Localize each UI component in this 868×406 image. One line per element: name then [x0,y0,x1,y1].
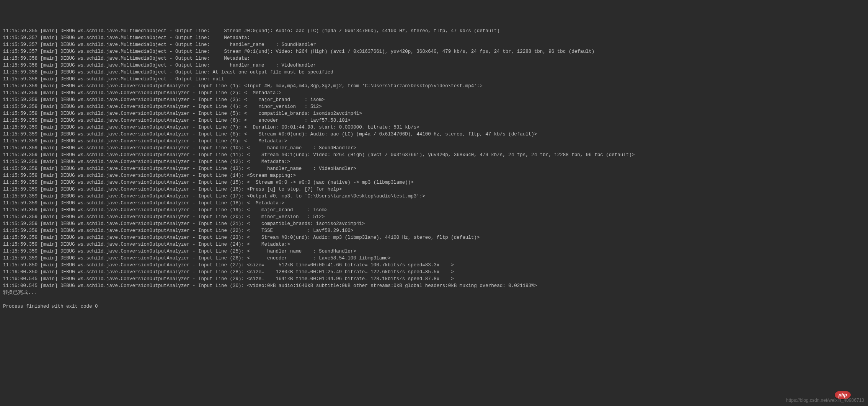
log-line[interactable]: 11:15:59.359 [main] DEBUG ws.schild.jave… [3,158,865,165]
log-line[interactable]: 11:15:59.359 [main] DEBUG ws.schild.jave… [3,110,865,117]
log-line[interactable]: 11:15:59.359 [main] DEBUG ws.schild.jave… [3,234,865,241]
log-line[interactable]: 11:15:59.359 [main] DEBUG ws.schild.jave… [3,138,865,145]
log-line[interactable]: 11:15:59.359 [main] DEBUG ws.schild.jave… [3,179,865,186]
log-line[interactable]: 11:15:59.359 [main] DEBUG ws.schild.jave… [3,165,865,172]
log-line[interactable]: 11:15:59.359 [main] DEBUG ws.schild.jave… [3,255,865,262]
log-line[interactable]: 11:15:59.359 [main] DEBUG ws.schild.jave… [3,241,865,248]
log-line[interactable]: 11:15:59.359 [main] DEBUG ws.schild.jave… [3,83,865,90]
log-line[interactable]: 11:15:59.359 [main] DEBUG ws.schild.jave… [3,96,865,103]
log-line[interactable]: 11:15:59.359 [main] DEBUG ws.schild.jave… [3,90,865,96]
log-line[interactable]: 11:15:59.359 [main] DEBUG ws.schild.jave… [3,200,865,207]
log-line[interactable]: 11:15:59.359 [main] DEBUG ws.schild.jave… [3,186,865,193]
console-output[interactable]: 11:15:59.355 [main] DEBUG ws.schild.jave… [3,28,865,311]
log-line[interactable]: 11:15:59.358 [main] DEBUG ws.schild.jave… [3,55,865,62]
log-line[interactable]: 11:16:00.545 [main] DEBUG ws.schild.jave… [3,276,865,282]
log-line[interactable]: 11:16:00.350 [main] DEBUG ws.schild.jave… [3,269,865,276]
log-line[interactable]: 11:15:59.359 [main] DEBUG ws.schild.jave… [3,220,865,227]
log-line[interactable]: 11:15:59.359 [main] DEBUG ws.schild.jave… [3,117,865,124]
log-line[interactable]: 11:15:59.358 [main] DEBUG ws.schild.jave… [3,62,865,69]
log-line[interactable]: 11:16:00.545 [main] DEBUG ws.schild.jave… [3,282,865,289]
log-line[interactable]: 11:15:59.359 [main] DEBUG ws.schild.jave… [3,124,865,131]
log-line[interactable]: 11:15:59.355 [main] DEBUG ws.schild.jave… [3,28,865,34]
log-line[interactable]: 11:15:59.358 [main] DEBUG ws.schild.jave… [3,69,865,76]
log-line[interactable]: 11:15:59.359 [main] DEBUG ws.schild.jave… [3,227,865,234]
log-line[interactable]: 11:15:59.357 [main] DEBUG ws.schild.jave… [3,48,865,55]
log-line[interactable]: 11:15:59.357 [main] DEBUG ws.schild.jave… [3,41,865,48]
log-line[interactable]: 11:15:59.359 [main] DEBUG ws.schild.jave… [3,152,865,158]
log-line[interactable] [3,296,865,303]
log-line[interactable]: 11:15:59.359 [main] DEBUG ws.schild.jave… [3,172,865,179]
log-line[interactable]: 11:15:59.359 [main] DEBUG ws.schild.jave… [3,193,865,200]
log-line[interactable]: 11:15:59.359 [main] DEBUG ws.schild.jave… [3,145,865,152]
log-line[interactable]: 11:15:59.357 [main] DEBUG ws.schild.jave… [3,34,865,41]
log-line[interactable]: 11:15:59.850 [main] DEBUG ws.schild.jave… [3,262,865,269]
log-line[interactable]: 11:15:59.359 [main] DEBUG ws.schild.jave… [3,131,865,138]
log-line[interactable]: 11:15:59.359 [main] DEBUG ws.schild.jave… [3,207,865,214]
log-line[interactable]: Process finished with exit code 0 [3,303,865,310]
log-line[interactable]: 11:15:59.359 [main] DEBUG ws.schild.jave… [3,214,865,220]
log-line[interactable]: 转换已完成... [3,289,865,296]
log-line[interactable]: 11:15:59.359 [main] DEBUG ws.schild.jave… [3,103,865,110]
log-line[interactable]: 11:15:59.358 [main] DEBUG ws.schild.jave… [3,76,865,83]
log-line[interactable]: 11:15:59.359 [main] DEBUG ws.schild.jave… [3,248,865,255]
